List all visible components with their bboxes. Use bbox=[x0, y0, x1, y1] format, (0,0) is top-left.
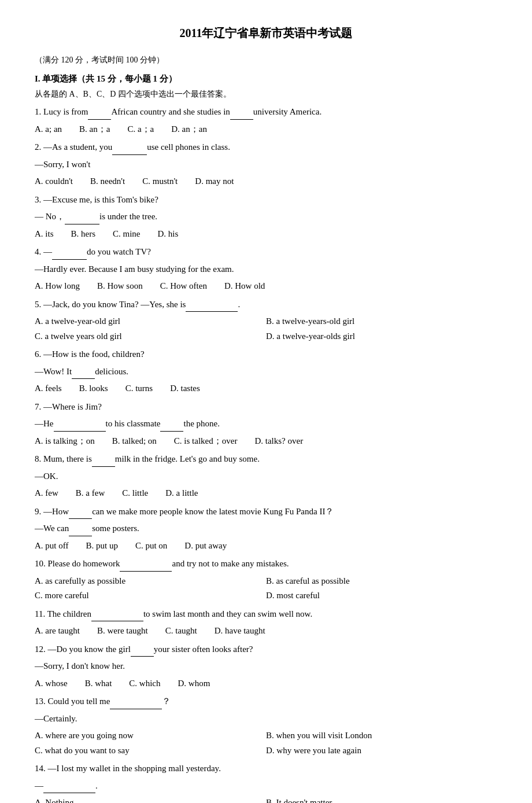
q4-options: A. How long B. How soon C. How often D. … bbox=[35, 279, 497, 294]
page-title: 2011年辽宁省阜新市英语中考试题 bbox=[35, 23, 497, 43]
q9-sub: —We cansome posters. bbox=[35, 521, 497, 536]
q14-options: A. Nothing. B. It doesn't matter. C. I'm… bbox=[35, 795, 497, 803]
question-4: 4. —do you watch TV? bbox=[35, 245, 497, 260]
question-13: 13. Could you tell me？ bbox=[35, 694, 497, 709]
q10-options: A. as carefully as possible B. as carefu… bbox=[35, 574, 497, 603]
q2-options: A. couldn't B. needn't C. mustn't D. may… bbox=[35, 174, 497, 189]
q13-options: A. where are you going now B. when you w… bbox=[35, 728, 497, 758]
question-6: 6. —How is the food, children? bbox=[35, 347, 497, 362]
section1-header: I. 单项选择（共 15 分，每小题 1 分） bbox=[35, 72, 497, 87]
q5-options: A. a twelve-year-old girl B. a twelve-ye… bbox=[35, 314, 497, 344]
meta-info: （满分 120 分，考试时间 100 分钟） bbox=[35, 53, 497, 67]
q14-sub: —. bbox=[35, 779, 497, 794]
question-2: 2. —As a student, youuse cell phones in … bbox=[35, 140, 497, 155]
question-9: 9. —Howcan we make more people know the … bbox=[35, 504, 497, 520]
question-7: 7. —Where is Jim? bbox=[35, 400, 497, 415]
question-10: 10. Please do homeworkand try not to mak… bbox=[35, 557, 497, 572]
q13-sub: —Certainly. bbox=[35, 712, 497, 727]
q6-options: A. feels B. looks C. turns D. tastes bbox=[35, 381, 497, 396]
q7-sub: —Heto his classmatethe phone. bbox=[35, 417, 497, 432]
question-1: 1. Lucy is fromAfrican country and she s… bbox=[35, 105, 497, 120]
q3-options: A. its B. hers C. mine D. his bbox=[35, 227, 497, 242]
q9-options: A. put off B. put up C. put on D. put aw… bbox=[35, 539, 497, 554]
question-11: 11. The childrento swim last month and t… bbox=[35, 607, 497, 622]
q8-options: A. few B. a few C. little D. a little bbox=[35, 486, 497, 501]
q2-sub: —Sorry, I won't bbox=[35, 157, 497, 172]
q4-sub: —Hardly ever. Because I am busy studying… bbox=[35, 262, 497, 277]
q7-options: A. is talking；on B. talked; on C. is tal… bbox=[35, 434, 497, 449]
q1-options: A. a; an B. an；a C. a；a D. an；an bbox=[35, 122, 497, 137]
question-5: 5. —Jack, do you know Tina? —Yes, she is… bbox=[35, 297, 497, 312]
question-14: 14. —I lost my wallet in the shopping ma… bbox=[35, 761, 497, 776]
section1-instruction: 从各题的 A、B、C、D 四个选项中选出一个最佳答案。 bbox=[35, 87, 497, 101]
option-which: C. which bbox=[129, 676, 160, 691]
q3-sub: — No，is under the tree. bbox=[35, 209, 497, 224]
question-3: 3. —Excuse me, is this Tom's bike? bbox=[35, 193, 497, 208]
q8-sub: —OK. bbox=[35, 469, 497, 484]
q11-options: A. are taught B. were taught C. taught D… bbox=[35, 624, 497, 639]
q12-options: A. whose B. what C. which D. whom bbox=[35, 676, 497, 691]
q12-sub: —Sorry, I don't know her. bbox=[35, 659, 497, 674]
question-8: 8. Mum, there ismilk in the fridge. Let'… bbox=[35, 452, 497, 467]
q1-num: 1. Lucy is from bbox=[35, 107, 88, 116]
question-12: 12. —Do you know the girlyour sister oft… bbox=[35, 642, 497, 657]
q6-sub: —Wow! Itdelicious. bbox=[35, 364, 497, 380]
